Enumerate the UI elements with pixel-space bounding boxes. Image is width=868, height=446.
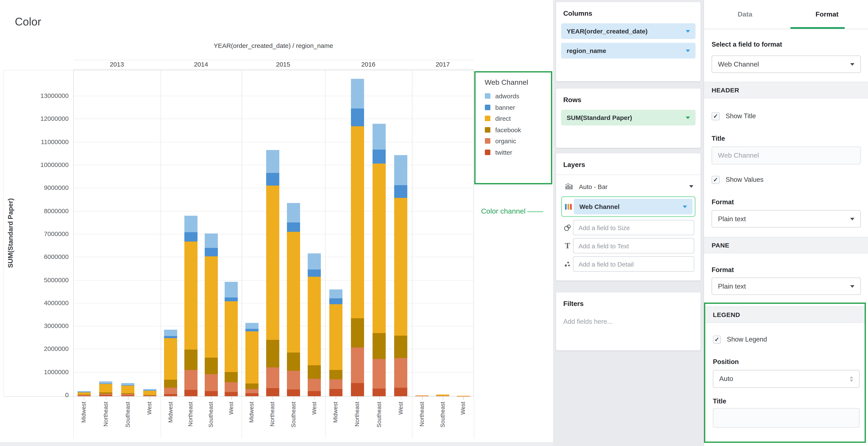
columns-pill-region-name[interactable]: region_name — [561, 43, 695, 59]
bar-segment-banner[interactable] — [121, 385, 134, 385]
stepper-icon[interactable] — [850, 376, 853, 382]
color-channel-row-highlighted[interactable]: Web Channel — [561, 196, 695, 217]
bar-segment-organic[interactable] — [164, 388, 177, 394]
show-values-checkbox-row[interactable]: ✓ Show Values — [712, 172, 764, 187]
bar-segment-adwords[interactable] — [205, 233, 218, 248]
bar-segment-adwords[interactable] — [351, 78, 364, 108]
detail-field-input[interactable]: Add a field to Detail — [573, 256, 694, 272]
bar-segment-organic[interactable] — [143, 395, 156, 396]
legend-item[interactable]: direct — [485, 115, 551, 122]
horizontal-scrollbar-track[interactable] — [0, 442, 553, 446]
tab-data[interactable]: Data — [704, 0, 786, 29]
bar-segment-adwords[interactable] — [225, 282, 238, 297]
field-to-format-select[interactable]: Web Channel — [712, 56, 861, 73]
legend-item[interactable]: organic — [485, 137, 551, 145]
chevron-down-icon[interactable] — [686, 50, 690, 52]
bar-segment-twitter[interactable] — [78, 396, 91, 396]
bar-segment-organic[interactable] — [245, 389, 258, 393]
bar-segment-facebook[interactable] — [184, 350, 197, 370]
legend-item[interactable]: twitter — [485, 149, 551, 156]
show-title-checkbox-row[interactable]: ✓ Show Title — [712, 108, 756, 124]
bar-segment-adwords[interactable] — [245, 323, 258, 329]
bar-segment-banner[interactable] — [394, 185, 407, 198]
bar-segment-banner[interactable] — [329, 298, 342, 304]
bar-segment-adwords[interactable] — [287, 203, 300, 222]
bar-segment-adwords[interactable] — [394, 155, 407, 185]
legend-item[interactable]: facebook — [485, 126, 551, 133]
bar-segment-organic[interactable] — [225, 382, 238, 392]
bar-segment-direct[interactable] — [266, 186, 279, 340]
rows-pill-sum-standard-paper[interactable]: SUM(Standard Paper) — [561, 110, 695, 125]
checkbox-checked-icon[interactable]: ✓ — [712, 112, 720, 120]
header-title-input[interactable]: Web Channel — [712, 147, 861, 164]
bar-segment-organic[interactable] — [287, 371, 300, 389]
bar-segment-twitter[interactable] — [121, 395, 134, 396]
bar-segment-banner[interactable] — [184, 232, 197, 241]
bar-segment-organic[interactable] — [99, 394, 113, 395]
legend-position-select[interactable]: Auto — [713, 370, 860, 388]
bar-segment-facebook[interactable] — [266, 340, 279, 368]
bar-segment-adwords[interactable] — [121, 383, 134, 385]
bar-segment-direct[interactable] — [308, 277, 321, 365]
checkbox-checked-icon[interactable]: ✓ — [712, 176, 720, 184]
bar-segment-direct[interactable] — [205, 256, 218, 358]
bar-segment-adwords[interactable] — [266, 150, 279, 173]
bar-segment-direct[interactable] — [78, 392, 91, 395]
bar-segment-adwords[interactable] — [143, 389, 156, 390]
bar-segment-direct[interactable] — [245, 331, 258, 384]
bar-segment-adwords[interactable] — [78, 391, 91, 392]
bar-segment-organic[interactable] — [373, 359, 386, 388]
bar-segment-banner[interactable] — [266, 173, 279, 186]
tab-format[interactable]: Format — [786, 0, 868, 29]
bar-segment-facebook[interactable] — [308, 365, 321, 379]
bar-segment-facebook[interactable] — [394, 336, 407, 358]
bar-segment-banner[interactable] — [78, 392, 91, 392]
legend-item[interactable]: adwords — [485, 92, 551, 100]
bar-segment-direct[interactable] — [143, 390, 156, 395]
bar-segment-twitter[interactable] — [308, 391, 321, 396]
bar-segment-organic[interactable] — [394, 358, 407, 388]
bar-segment-twitter[interactable] — [184, 390, 197, 396]
bar-segment-adwords[interactable] — [99, 381, 113, 383]
bar-segment-twitter[interactable] — [245, 393, 258, 396]
bar-segment-banner[interactable] — [245, 329, 258, 331]
bar-segment-direct[interactable] — [329, 305, 342, 370]
size-field-input[interactable]: Add a field to Size — [573, 220, 694, 235]
chevron-down-icon[interactable] — [683, 205, 687, 208]
bar-segment-twitter[interactable] — [394, 388, 407, 396]
bar-segment-banner[interactable] — [351, 109, 364, 126]
bar-segment-direct[interactable] — [351, 126, 364, 318]
bar-segment-direct[interactable] — [225, 301, 238, 372]
bar-segment-direct[interactable] — [394, 198, 407, 336]
bar-segment-organic[interactable] — [308, 379, 321, 391]
chevron-down-icon[interactable] — [689, 185, 693, 188]
bar-segment-organic[interactable] — [205, 374, 218, 391]
bar-segment-direct[interactable] — [373, 164, 386, 333]
bar-segment-direct[interactable] — [121, 385, 134, 393]
bar-segment-twitter[interactable] — [164, 394, 177, 396]
bar-segment-direct[interactable] — [164, 338, 177, 380]
text-field-input[interactable]: Add a field to Text — [573, 238, 694, 253]
bar-segment-direct[interactable] — [99, 384, 113, 392]
mark-type-row[interactable]: Auto - Bar — [564, 179, 693, 194]
bar-segment-facebook[interactable] — [329, 370, 342, 380]
bar-segment-banner[interactable] — [373, 150, 386, 164]
chevron-down-icon[interactable] — [850, 63, 855, 65]
chevron-down-icon[interactable] — [686, 116, 690, 119]
bar-segment-twitter[interactable] — [266, 388, 279, 396]
bar-segment-adwords[interactable] — [184, 216, 197, 232]
bar-segment-adwords[interactable] — [373, 124, 386, 150]
bar-segment-facebook[interactable] — [351, 318, 364, 348]
bar-segment-twitter[interactable] — [99, 395, 113, 396]
bar-segment-banner[interactable] — [308, 270, 321, 277]
bar-segment-banner[interactable] — [225, 297, 238, 301]
bar-segment-facebook[interactable] — [164, 380, 177, 388]
bar-segment-twitter[interactable] — [373, 388, 386, 396]
bar-segment-organic[interactable] — [121, 394, 134, 395]
bar-segment-banner[interactable] — [287, 222, 300, 231]
bar-segment-twitter[interactable] — [205, 391, 218, 396]
bar-segment-facebook[interactable] — [287, 353, 300, 371]
bar-segment-adwords[interactable] — [308, 254, 321, 270]
bar-segment-facebook[interactable] — [99, 392, 113, 394]
chevron-down-icon[interactable] — [850, 285, 855, 288]
